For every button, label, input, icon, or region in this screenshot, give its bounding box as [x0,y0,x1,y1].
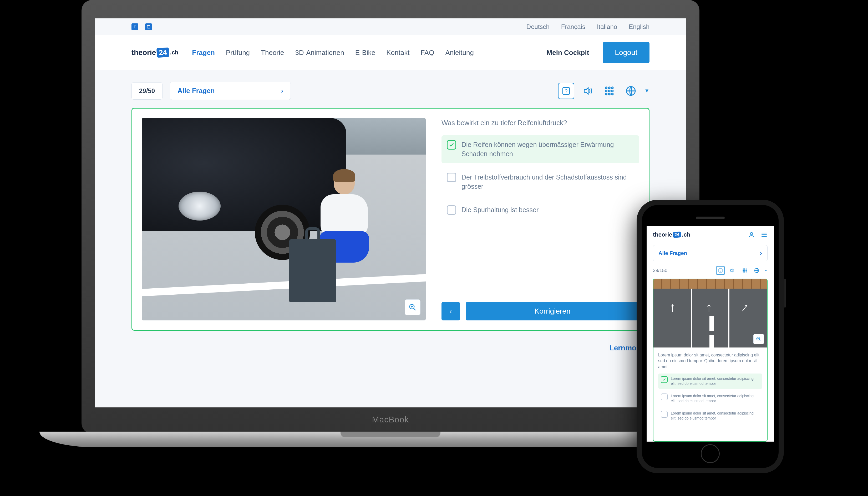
zoom-in-icon[interactable] [405,299,421,315]
lernmodus-link[interactable]: Lernmodus [95,339,686,363]
svg-point-25 [746,269,747,269]
audio-icon[interactable] [728,266,737,275]
lang-de[interactable]: Deutsch [527,23,550,31]
category-dropdown[interactable]: Alle Fragen › [170,82,291,100]
audio-icon[interactable] [580,83,596,99]
nav-kontakt[interactable]: Kontakt [386,49,409,57]
facebook-icon[interactable]: f [132,24,138,30]
logo-suffix: .ch [682,231,690,238]
nav-links: Fragen Prüfung Theorie 3D-Animationen E-… [192,49,533,57]
topbar: f Deutsch Français Italiano English [95,18,686,35]
question-card: Was bewirkt ein zu tiefer Reifenluftdruc… [132,108,650,331]
social-icon-2[interactable] [145,24,152,30]
question-image [142,118,426,321]
checkbox-icon[interactable] [447,205,456,215]
macbook-mockup: f Deutsch Français Italiano English [81,0,699,452]
question-card: ↑ ↑ ↑ Lorem ipsum dolor sit amet, consec… [653,279,767,441]
svg-line-34 [759,340,761,341]
checkbox-checked-icon[interactable] [661,376,668,383]
nav-faq[interactable]: FAQ [421,49,434,57]
answer-option[interactable]: Lorem ipsum dolor sit amet, consectetur … [658,373,762,389]
checkbox-icon[interactable] [661,411,668,418]
svg-point-9 [605,93,607,95]
zoom-in-icon[interactable] [753,334,764,344]
svg-point-4 [608,87,610,89]
language-switcher: Deutsch Français Italiano English [527,23,650,31]
svg-point-6 [605,90,607,92]
caret-down-icon[interactable]: ▼ [764,269,767,272]
mobile-toolbar: 29/150 ? [646,266,774,279]
answer-text: Lorem ipsum dolor sit amet, consectetur … [671,393,760,403]
question-image: ↑ ↑ ↑ [653,279,767,347]
grid-icon[interactable] [740,266,749,275]
nav-3d[interactable]: 3D-Animationen [295,49,344,57]
question-text: Lorem ipsum dolor sit amet, consectetur … [658,352,762,370]
grid-icon[interactable] [601,83,618,99]
home-button[interactable] [701,444,720,463]
lang-fr[interactable]: Français [561,23,585,31]
user-icon[interactable] [748,231,755,238]
iphone-mockup: theorie 24 .ch [637,200,784,473]
category-label: Alle Fragen [178,87,215,95]
logout-button[interactable]: Logout [603,42,650,63]
mobile-navbar: theorie 24 .ch [646,226,774,243]
question-counter: 29/150 [653,268,667,273]
globe-icon[interactable] [623,83,639,99]
help-icon[interactable]: ? [558,83,574,99]
caret-down-icon[interactable]: ▼ [644,88,650,94]
svg-point-29 [743,272,744,272]
macbook-label: MacBook [81,415,699,424]
answer-option[interactable]: Die Reifen können wegen übermässiger Erw… [441,135,639,163]
logo[interactable]: theorie 24 .ch [653,231,690,238]
answer-text: Die Reifen können wegen übermässiger Erw… [461,140,634,158]
nav-theorie[interactable]: Theorie [261,49,284,57]
submit-button[interactable]: Korrigieren [466,302,639,321]
answer-text: Lorem ipsum dolor sit amet, consectetur … [671,376,760,386]
svg-text:?: ? [565,88,567,94]
globe-icon[interactable] [752,266,761,275]
nav-anleitung[interactable]: Anleitung [445,49,474,57]
nav-ebike[interactable]: E-Bike [355,49,376,57]
navbar: theorie 24 .ch Fragen Prüfung Theorie 3D… [95,35,686,70]
checkbox-icon[interactable] [447,173,456,182]
chevron-right-icon: › [760,249,762,257]
svg-point-28 [746,270,747,271]
logo-suffix: .ch [170,49,179,56]
nav-fragen[interactable]: Fragen [192,49,215,57]
checkbox-icon[interactable] [661,393,668,400]
answer-text: Der Treibstoffverbrauch und der Schadsto… [461,173,634,191]
svg-point-7 [608,90,610,92]
menu-icon[interactable] [761,231,767,238]
question-counter: 29/50 [132,82,163,99]
category-dropdown[interactable]: Alle Fragen › [653,245,767,261]
svg-point-5 [612,87,613,89]
answer-text: Lorem ipsum dolor sit amet, consectetur … [671,411,760,421]
lang-en[interactable]: English [629,23,650,31]
mobile-app: theorie 24 .ch [646,226,774,441]
logo-badge: 24 [156,47,170,58]
logo-badge: 24 [673,232,681,238]
svg-rect-0 [147,26,150,28]
svg-point-17 [750,232,753,235]
svg-point-3 [605,87,607,89]
checkbox-checked-icon[interactable] [447,140,456,150]
help-icon[interactable]: ? [716,266,725,275]
svg-point-26 [743,270,744,271]
answer-text: Die Spurhaltung ist besser [461,205,538,215]
previous-button[interactable]: ‹ [441,302,460,321]
svg-point-23 [743,269,744,269]
answer-option[interactable]: Lorem ipsum dolor sit amet, consectetur … [658,408,762,423]
logo[interactable]: theorie 24 .ch [132,48,178,57]
logo-prefix: theorie [653,231,672,238]
answer-option[interactable]: Der Treibstoffverbrauch und der Schadsto… [441,168,639,196]
answer-option[interactable]: Lorem ipsum dolor sit amet, consectetur … [658,391,762,406]
svg-point-24 [744,269,745,269]
answer-option[interactable]: Die Spurhaltung ist besser [441,201,639,219]
lang-it[interactable]: Italiano [597,23,617,31]
nav-cockpit[interactable]: Mein Cockpit [547,49,589,57]
svg-line-14 [414,308,416,310]
category-label: Alle Fragen [658,250,687,256]
svg-point-8 [612,90,613,92]
svg-point-31 [746,272,747,272]
nav-pruefung[interactable]: Prüfung [226,49,250,57]
